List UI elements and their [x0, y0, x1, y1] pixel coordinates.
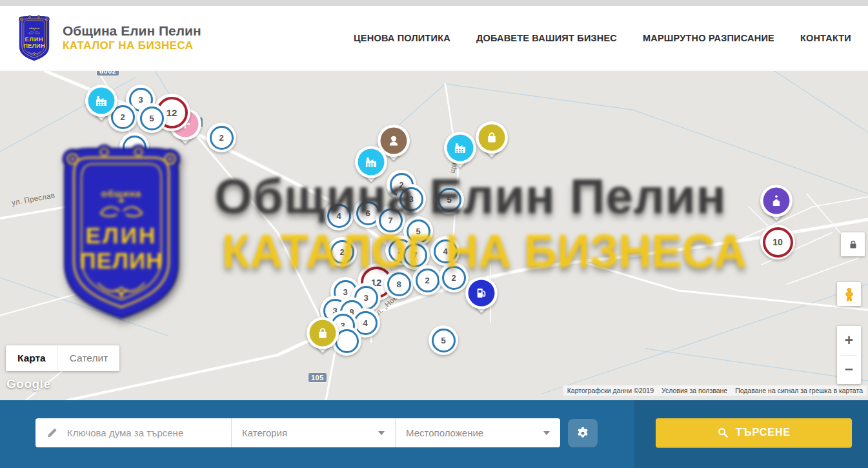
map-cluster-marker[interactable]: 2 [327, 237, 357, 267]
map-pin-factory[interactable] [85, 85, 117, 125]
pencil-icon [46, 427, 58, 439]
search-icon [717, 427, 729, 439]
cluster-count: 10 [763, 227, 793, 258]
attribution-terms-link[interactable]: Условия за ползване [658, 385, 731, 396]
map-pin-fuel[interactable] [465, 277, 498, 317]
nav-pricing-policy[interactable]: ЦЕНОВА ПОЛИТИКА [354, 33, 450, 43]
category-select-value: Категория [242, 427, 287, 438]
map-cluster-marker[interactable]: 5 [434, 185, 464, 214]
search-button-label: ТЪРСЕНЕ [736, 427, 791, 438]
bag-icon [479, 125, 505, 151]
map-cluster-marker[interactable]: 5 [137, 103, 167, 133]
gear-icon [576, 426, 590, 440]
search-input-group: Категория Местоположение [35, 418, 560, 447]
main-nav: ЦЕНОВА ПОЛИТИКА ДОБАВЕТЕ ВАШИЯТ БИЗНЕС М… [354, 33, 851, 43]
map-pin-church[interactable] [760, 185, 792, 225]
pegman-icon [842, 286, 856, 303]
page-top-strip [0, 0, 868, 6]
zoom-control: + − [837, 326, 861, 384]
map-cluster-marker[interactable]: 2 [439, 263, 469, 292]
search-bar: Категория Местоположение ТЪРСЕНЕ [0, 400, 868, 468]
bag-icon [310, 320, 336, 347]
google-map[interactable]: 6002105ул. Преславбул. „Новоселщи“123252… [0, 71, 868, 400]
cluster-count [123, 136, 146, 159]
street-label: ул. Преслав [11, 191, 56, 207]
map-attribution: Картографски данни ©2019 Условия за полз… [563, 385, 867, 396]
zoom-out-button[interactable]: − [837, 356, 861, 384]
map-type-satellite-button[interactable]: Сателит [57, 345, 119, 371]
nav-add-business[interactable]: ДОБАВЕТЕ ВАШИЯТ БИЗНЕС [476, 33, 617, 43]
keyword-search-input[interactable] [66, 427, 221, 439]
category-select[interactable]: Категория [231, 418, 395, 447]
lock-icon [847, 238, 860, 251]
factory-icon [358, 149, 385, 176]
map-cluster-marker[interactable] [119, 132, 149, 162]
chevron-down-icon [378, 431, 385, 435]
map-pin-bag[interactable] [307, 317, 339, 357]
logo-title: Община Елин Пелин [63, 23, 201, 39]
map-lock-button[interactable] [841, 232, 865, 256]
cluster-count: 5 [438, 188, 461, 212]
zoom-in-button[interactable]: + [837, 327, 861, 355]
cluster-count: 8 [387, 272, 411, 296]
cluster-count: 7 [403, 243, 427, 267]
map-cluster-marker[interactable]: 7 [376, 205, 405, 235]
cluster-count: 7 [379, 209, 403, 232]
attribution-report-error-link[interactable]: Подаване на сигнал за грешка в картата [731, 385, 867, 396]
map-type-map-button[interactable]: Карта [6, 345, 57, 371]
attribution-copyright: Картографски данни ©2019 [563, 385, 658, 396]
cluster-count: 2 [416, 269, 439, 292]
map-cluster-marker[interactable]: 2 [412, 265, 442, 295]
cluster-count: 4 [327, 204, 351, 228]
logo-subtitle: КАТАЛОГ НА БИЗНЕСА [63, 39, 201, 52]
location-select[interactable]: Местоположение [395, 418, 560, 447]
cluster-count: 2 [330, 240, 354, 264]
site-header: Община Елин Пелин КАТАЛОГ НА БИЗНЕСА ЦЕН… [0, 6, 868, 70]
location-select-value: Местоположение [406, 427, 483, 438]
nav-contacts[interactable]: КОНТАКТИ [800, 33, 851, 43]
map-cluster-marker[interactable]: 5 [429, 325, 458, 355]
cluster-count: 4 [434, 239, 458, 263]
site-logo[interactable]: Община Елин Пелин КАТАЛОГ НА БИЗНЕСА [17, 14, 201, 62]
municipality-crest-logo [17, 14, 52, 62]
street-view-pegman-button[interactable] [837, 282, 861, 306]
road-badge: 6002 [97, 71, 119, 76]
logo-text: Община Елин Пелин КАТАЛОГ НА БИЗНЕСА [63, 23, 201, 52]
map-type-control: Карта Сателит [6, 345, 119, 371]
google-logo[interactable]: Google [6, 377, 50, 391]
nav-route-schedule[interactable]: МАРШРУТНО РАЗПИСАНИЕ [643, 33, 774, 43]
cluster-count: 2 [442, 266, 466, 290]
church-icon [763, 188, 790, 214]
map-pin-factory[interactable] [444, 132, 476, 172]
map-cluster-marker[interactable]: 4 [430, 236, 460, 266]
fuel-icon [469, 280, 495, 307]
keyword-field [35, 418, 231, 447]
map-cluster-marker[interactable]: 4 [324, 201, 354, 230]
cluster-count: 3 [399, 187, 423, 211]
factory-icon [447, 135, 474, 161]
chevron-down-icon [543, 431, 550, 435]
factory-icon [88, 88, 115, 114]
road-badge: 105 [308, 373, 327, 382]
map-cluster-marker[interactable]: 8 [384, 269, 414, 299]
advanced-search-settings-button[interactable] [568, 419, 598, 447]
search-submit-button[interactable]: ТЪРСЕНЕ [656, 418, 852, 448]
cluster-count: 5 [140, 107, 164, 130]
map-pin-factory[interactable] [355, 146, 387, 186]
map-markers-layer: 6002105ул. Преславбул. „Новоселщи“123252… [0, 71, 868, 400]
map-cluster-marker[interactable]: 10 [760, 225, 795, 259]
map-cluster-marker[interactable]: 2 [207, 123, 236, 152]
cluster-count: 5 [432, 329, 456, 352]
cluster-count: 2 [210, 126, 234, 150]
map-pin-bag[interactable] [476, 121, 508, 161]
